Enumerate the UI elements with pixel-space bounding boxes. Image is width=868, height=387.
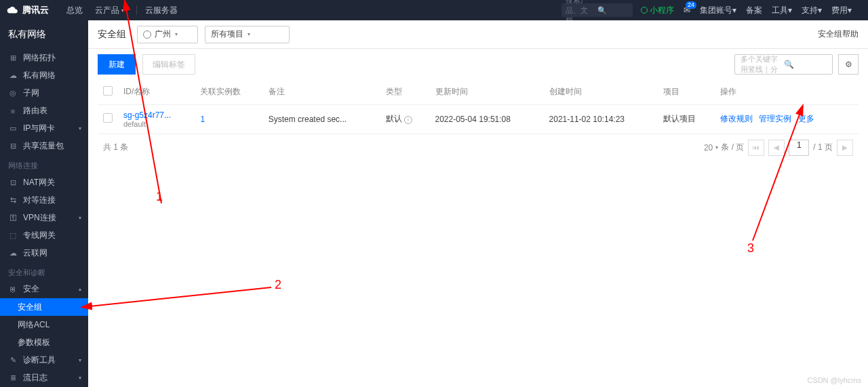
sidebar-item-subnet[interactable]: ◎子网 bbox=[0, 84, 88, 102]
page-header: 安全组 广州▾ 所有项目▾ 安全组帮助 bbox=[88, 20, 868, 49]
first-page-button[interactable]: ⏮ bbox=[748, 140, 764, 156]
sidebar-item-vpc[interactable]: ☁私有网络 bbox=[0, 66, 88, 84]
page-size-select[interactable]: 20▾条 / 页 bbox=[704, 142, 744, 153]
search-icon: 🔍 bbox=[597, 6, 629, 15]
chevron-down-icon: ▾ bbox=[79, 375, 81, 381]
select-all-checkbox[interactable] bbox=[103, 86, 113, 96]
settings-button[interactable]: ⚙ bbox=[838, 54, 859, 75]
route-icon: ≡ bbox=[8, 106, 18, 116]
bandwidth-icon: ⊟ bbox=[8, 142, 18, 151]
sidebar-item-ccn[interactable]: ☁云联网 bbox=[0, 245, 88, 262]
new-button[interactable]: 新建 bbox=[98, 54, 136, 75]
sidebar-item-vpn[interactable]: ⚿VPN连接▾ bbox=[0, 209, 88, 226]
peer-icon: ⇆ bbox=[8, 195, 18, 205]
nav-products[interactable]: 云产品▾ bbox=[95, 5, 124, 16]
sidebar-subitem-param[interactable]: 参数模板 bbox=[0, 333, 88, 351]
sidebar-item-ip-nic[interactable]: ▭IP与网卡▾ bbox=[0, 120, 88, 138]
col-project: 项目 bbox=[658, 80, 715, 104]
sidebar-item-peer[interactable]: ⇆对等连接 bbox=[0, 191, 88, 209]
ccn-icon: ☁ bbox=[8, 249, 18, 258]
sidebar-item-security[interactable]: ⛨安全▴ bbox=[0, 281, 88, 298]
gear-icon: ⚙ bbox=[845, 60, 852, 69]
global-search-input[interactable]: 搜索产品、文档… 🔍 bbox=[561, 3, 633, 17]
page-title: 安全组 bbox=[98, 28, 126, 41]
group-account[interactable]: 集团账号▾ bbox=[700, 5, 736, 16]
sidebar-item-direct[interactable]: ⬚专线网关 bbox=[0, 227, 88, 245]
main-panel: 安全组 广州▾ 所有项目▾ 安全组帮助 新建 编辑标签 多个关键字用竖线｜分 🔍… bbox=[88, 20, 868, 387]
shield-icon: ⛨ bbox=[8, 285, 18, 294]
op-manage[interactable]: 管理实例 bbox=[759, 114, 791, 123]
project-cell: 默认项目 bbox=[658, 104, 715, 134]
chevron-down-icon: ▾ bbox=[79, 125, 81, 131]
mail-badge: 24 bbox=[686, 1, 696, 9]
next-page-button[interactable]: ▶ bbox=[837, 140, 853, 156]
prev-page-button[interactable]: ◀ bbox=[768, 140, 785, 156]
mini-program-link[interactable]: 小程序 bbox=[641, 5, 674, 16]
cloud-icon bbox=[7, 4, 19, 16]
sidebar-item-diag[interactable]: ✎诊断工具▾ bbox=[0, 352, 88, 369]
chevron-down-icon: ▾ bbox=[175, 31, 178, 37]
sidebar-item-flowlog[interactable]: ≣流日志▾ bbox=[0, 369, 88, 387]
search-icon: 🔍 bbox=[784, 60, 827, 69]
top-header: 腾讯云 总览 云产品▾ 云服务器 搜索产品、文档… 🔍 小程序 ✉24 集团账号… bbox=[0, 0, 868, 20]
chevron-down-icon: ▾ bbox=[248, 31, 250, 37]
sidebar-item-topology[interactable]: ⊞网络拓扑 bbox=[0, 49, 88, 66]
table-search-input[interactable]: 多个关键字用竖线｜分 🔍 bbox=[734, 54, 833, 75]
sidebar-subitem-acl[interactable]: 网络ACL bbox=[0, 316, 88, 333]
beian-link[interactable]: 备案 bbox=[746, 5, 762, 16]
watermark: CSDN @lyhcms bbox=[807, 376, 861, 384]
help-link[interactable]: 安全组帮助 bbox=[818, 28, 859, 40]
direct-icon: ⬚ bbox=[8, 231, 18, 241]
col-id: ID/名称 bbox=[118, 80, 195, 104]
sidebar: 私有网络 ⊞网络拓扑 ☁私有网络 ◎子网 ≡路由表 ▭IP与网卡▾ ⊟共享流量包… bbox=[0, 20, 88, 387]
col-remark: 备注 bbox=[263, 80, 380, 104]
table-row: sg-g5z4r77... default 1 System created s… bbox=[98, 104, 859, 134]
remark-cell: System created sec... bbox=[263, 104, 380, 134]
chevron-down-icon: ▾ bbox=[79, 357, 81, 363]
table-header-row: ID/名称 关联实例数 备注 类型 更新时间 创建时间 项目 操作 bbox=[98, 80, 859, 104]
op-more[interactable]: 更多 bbox=[798, 114, 814, 123]
type-cell: 默认 bbox=[386, 114, 402, 123]
globe-icon bbox=[143, 30, 151, 39]
secgroup-name: default bbox=[123, 120, 189, 128]
project-select[interactable]: 所有项目▾ bbox=[205, 26, 290, 43]
vpc-icon: ☁ bbox=[8, 70, 18, 80]
nav-overview[interactable]: 总览 bbox=[66, 5, 83, 16]
chevron-down-icon: ▾ bbox=[121, 7, 124, 14]
sidebar-title: 私有网络 bbox=[0, 20, 88, 49]
row-checkbox[interactable] bbox=[103, 113, 113, 123]
page-input[interactable]: 1 bbox=[789, 140, 809, 156]
update-time-cell: 2022-05-04 19:51:08 bbox=[430, 104, 544, 134]
nav-cvm[interactable]: 云服务器 bbox=[145, 5, 178, 16]
info-icon[interactable]: i bbox=[404, 116, 412, 124]
mail-icon[interactable]: ✉24 bbox=[684, 5, 690, 15]
sidebar-item-nat[interactable]: ⊡NAT网关 bbox=[0, 174, 88, 191]
toolbar: 新建 编辑标签 多个关键字用竖线｜分 🔍 ⚙ bbox=[88, 49, 868, 80]
col-create: 创建时间 bbox=[544, 80, 658, 104]
diag-icon: ✎ bbox=[8, 356, 18, 365]
search-placeholder: 多个关键字用竖线｜分 bbox=[741, 54, 784, 75]
nat-icon: ⊡ bbox=[8, 178, 18, 187]
sidebar-item-bandwidth[interactable]: ⊟共享流量包 bbox=[0, 138, 88, 155]
pagination: 共 1 条 20▾条 / 页 ⏮ ◀ 1 / 1 页 ▶ bbox=[88, 134, 868, 161]
op-edit-rule[interactable]: 修改规则 bbox=[720, 114, 753, 123]
secgroup-id-link[interactable]: sg-g5z4r77... bbox=[123, 110, 189, 120]
region-select[interactable]: 广州▾ bbox=[137, 26, 198, 43]
chevron-up-icon: ▴ bbox=[79, 286, 81, 292]
support-menu[interactable]: 支持▾ bbox=[802, 5, 822, 16]
col-update: 更新时间 bbox=[430, 80, 544, 104]
total-count: 共 1 条 bbox=[103, 142, 128, 153]
sidebar-subitem-secgroup[interactable]: 安全组 bbox=[0, 298, 88, 316]
cost-menu[interactable]: 费用▾ bbox=[831, 5, 852, 16]
divider bbox=[136, 5, 137, 15]
sidebar-item-route[interactable]: ≡路由表 bbox=[0, 102, 88, 120]
nic-icon: ▭ bbox=[8, 124, 18, 134]
group-conn-label: 网络连接 bbox=[0, 155, 88, 174]
chevron-down-icon: ▾ bbox=[79, 215, 81, 221]
brand-logo[interactable]: 腾讯云 bbox=[7, 4, 58, 16]
tools-menu[interactable]: 工具▾ bbox=[772, 5, 792, 16]
edit-tag-button[interactable]: 编辑标签 bbox=[142, 54, 195, 75]
assoc-count-link[interactable]: 1 bbox=[200, 115, 205, 124]
col-assoc: 关联实例数 bbox=[195, 80, 262, 104]
group-sec-label: 安全和诊断 bbox=[0, 262, 88, 281]
